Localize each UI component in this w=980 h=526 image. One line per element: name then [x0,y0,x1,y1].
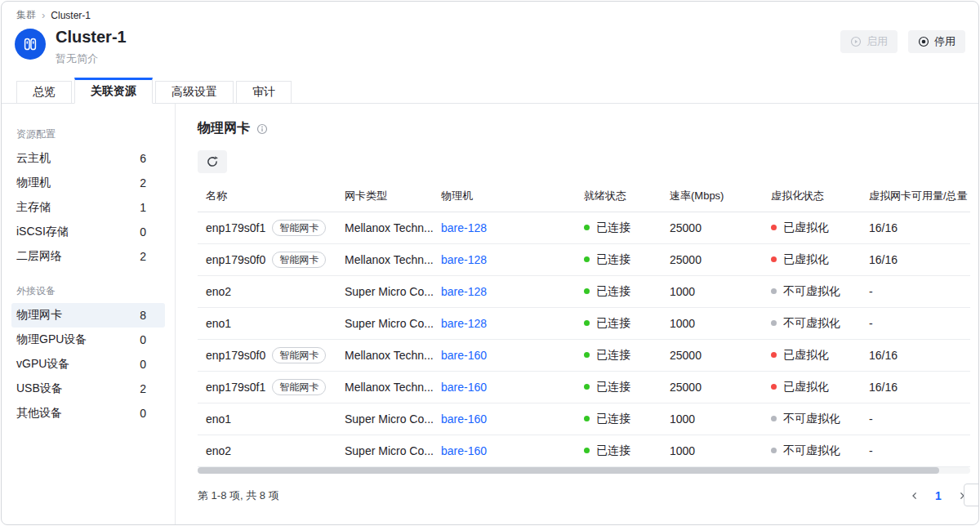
green-dot-icon [584,225,590,230]
ready-status-cell: 已连接 [584,339,670,371]
nic-name: enp179s0f0 [206,349,265,362]
speed-cell: 1000 [670,403,771,435]
vnic-availability-cell: - [869,275,970,307]
sidebar: 资源配置云主机6物理机2主存储1iSCSI存储0二层网络2外接设备物理网卡8物理… [2,104,176,525]
info-icon[interactable] [256,123,268,135]
sidebar-item-vgpu[interactable]: vGPU设备0 [11,352,165,377]
sidebar-item-host[interactable]: 物理机2 [11,171,165,195]
disable-button-label: 停用 [934,34,956,49]
page-subtitle: 暂无简介 [56,51,127,66]
green-dot-icon [584,256,590,262]
sidebar-item-other-device[interactable]: 其他设备0 [11,401,165,426]
host-cell: bare-160 [441,403,584,435]
sidebar-item-layer2-network[interactable]: 二层网络2 [11,244,165,269]
sidebar-item-label: 物理网卡 [16,308,62,323]
breadcrumb: 集群 › Cluster-1 [2,2,978,21]
grey-dot-icon [771,288,777,294]
host-cell: bare-160 [441,339,584,371]
nic-type: Super Micro Co... [345,412,434,426]
host-cell: bare-160 [441,435,584,466]
host-link[interactable]: bare-128 [441,285,487,298]
tab-overview[interactable]: 总览 [16,81,72,104]
nic-name: eno1 [206,317,231,330]
breadcrumb-root[interactable]: 集群 [16,8,36,22]
scrollbar-thumb[interactable] [198,467,939,474]
horizontal-scrollbar[interactable] [198,467,970,474]
host-link[interactable]: bare-160 [441,381,487,394]
virtualization-status-cell: 已虚拟化 [771,371,869,403]
vnic-availability-cell: - [869,307,970,339]
sidebar-item-label: 其他设备 [16,406,62,421]
disable-button[interactable]: 停用 [908,30,965,53]
sidebar-section-title: 资源配置 [2,122,175,146]
ready-status-cell: 已连接 [584,212,670,243]
sidebar-item-count: 0 [140,333,146,346]
nic-type: Super Micro Co... [345,285,434,298]
table-row: eno1Super Micro Co...bare-160已连接1000不可虚拟… [198,403,970,435]
tab-audit[interactable]: 审计 [236,81,292,104]
name-cell: eno1 [198,307,345,339]
ready-status-cell: 已连接 [584,403,670,435]
ready-status-cell: 已连接 [584,243,670,275]
pagination-summary: 第 1-8 项, 共 8 项 [198,488,279,503]
host-link[interactable]: bare-128 [441,253,487,266]
green-dot-icon [584,288,590,294]
sidebar-item-count: 0 [140,407,146,420]
sidebar-item-physical-nic[interactable]: 物理网卡8 [11,303,165,328]
nic-type-cell: Super Micro Co... [345,435,441,466]
host-link[interactable]: bare-128 [441,317,487,330]
smart-nic-tag: 智能网卡 [272,379,326,395]
sidebar-item-label: 物理GPU设备 [16,332,87,347]
name-cell: enp179s0f0智能网卡 [198,339,345,371]
name-cell: enp179s0f0智能网卡 [198,243,345,275]
nic-name: eno2 [206,285,231,298]
enable-button[interactable]: 启用 [840,30,898,53]
column-header: 名称 [198,181,345,212]
sidebar-item-physical-gpu[interactable]: 物理GPU设备0 [11,328,165,352]
page-size-select-cutoff[interactable] [964,484,979,506]
sidebar-item-label: vGPU设备 [16,357,69,372]
tab-related-resources[interactable]: 关联资源 [74,78,153,104]
cluster-icon [15,29,46,60]
current-page[interactable]: 1 [930,489,947,502]
grey-dot-icon [771,448,777,453]
virtualization-status-cell: 不可虚拟化 [771,435,869,466]
sidebar-item-count: 1 [140,201,146,214]
green-dot-icon [584,384,590,390]
ready-status-label: 已连接 [596,252,630,265]
sidebar-item-label: 云主机 [16,151,51,166]
sidebar-item-iscsi-storage[interactable]: iSCSI存储0 [11,220,165,244]
prev-page-icon[interactable] [906,488,923,504]
header-actions: 启用 停用 [840,30,965,53]
virtualization-status-cell: 已虚拟化 [771,243,869,275]
cluster-detail-window: 集群 › Cluster-1 Cluster-1 暂无简介 启用 [1,1,979,525]
sidebar-item-count: 6 [140,152,146,165]
nic-name: enp179s0f0 [206,253,265,266]
host-link[interactable]: bare-160 [441,412,487,426]
host-link[interactable]: bare-128 [441,221,487,234]
virtualization-status-label: 不可虚拟化 [783,284,840,297]
virtualization-status-cell: 已虚拟化 [771,339,869,371]
smart-nic-tag: 智能网卡 [272,347,326,363]
green-dot-icon [584,448,590,453]
speed-cell: 25000 [670,339,771,371]
host-link[interactable]: bare-160 [441,349,487,362]
nic-name: enp179s0f1 [206,381,265,394]
sidebar-item-usb[interactable]: USB设备2 [11,377,165,401]
toolbar [198,150,970,173]
tab-label: 高级设置 [172,85,217,100]
refresh-button[interactable] [198,150,227,173]
sidebar-item-vm[interactable]: 云主机6 [11,146,165,171]
tab-advanced-settings[interactable]: 高级设置 [155,81,234,104]
enable-button-label: 启用 [866,34,888,49]
vnic-availability-cell: 16/16 [869,243,970,275]
table-row: enp179s0f0智能网卡Mellanox Techn...bare-160已… [198,339,970,371]
sidebar-item-primary-storage[interactable]: 主存储1 [11,195,165,220]
ready-status-cell: 已连接 [584,275,670,307]
sidebar-item-label: iSCSI存储 [16,225,69,239]
pagination: 1 [906,488,970,504]
virtualization-status-label: 不可虚拟化 [783,412,840,425]
virtualization-status-label: 不可虚拟化 [783,444,840,457]
host-link[interactable]: bare-160 [441,444,487,457]
ready-status-cell: 已连接 [584,307,670,339]
